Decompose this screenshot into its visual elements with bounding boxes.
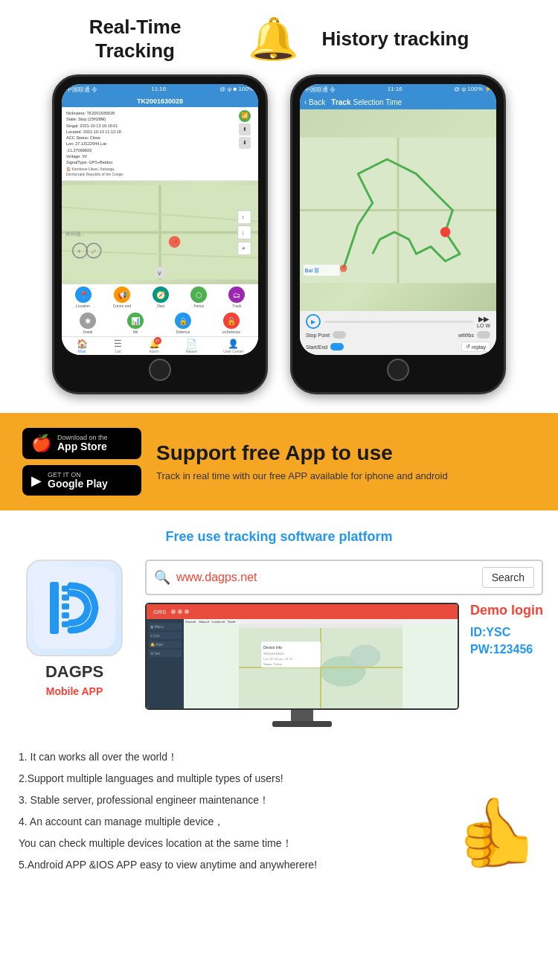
back-button[interactable]: ‹ Back bbox=[304, 98, 325, 106]
store-buttons: 🍎 Download on the App Store ▶ GET IT ON … bbox=[22, 428, 141, 496]
phone1-screen: 中国联通 令 11:16 @ ψ ■ 100% TK2001630028 Nic… bbox=[62, 84, 258, 355]
feature-item-6: 5.Android APP &IOS APP easy to view anyt… bbox=[19, 857, 449, 873]
svg-rect-27 bbox=[33, 567, 115, 649]
google-big-text: Google Play bbox=[48, 478, 108, 490]
search-button[interactable]: Search bbox=[482, 567, 534, 588]
app-logo bbox=[26, 560, 123, 656]
toggles-row: Stop Point wifi/lbs bbox=[306, 331, 490, 339]
app-logo-area: DAGPS Mobile APP bbox=[15, 560, 134, 697]
wifi-lbs-toggle-switch[interactable] bbox=[477, 331, 490, 339]
demo-pw: PW:123456 bbox=[470, 643, 543, 656]
phone2-screen: 中国联通 令 11:16 @ ψ 100% ⚡ ‹ Back Track Sel… bbox=[300, 84, 496, 355]
apple-icon: 🍎 bbox=[31, 434, 51, 453]
features-bottom: 1. It can works all over the world！ 2.Su… bbox=[19, 749, 539, 879]
support-text-area: Support free App to use Track in real ti… bbox=[156, 441, 536, 483]
realtime-title: Real-Time Tracking bbox=[89, 16, 182, 62]
app-store-big-text: App Store bbox=[57, 441, 108, 452]
start-end-row: Start/End ↺ replay bbox=[306, 342, 490, 352]
phone1-map: 外环路... 📍 ↑ ↓ + bbox=[62, 181, 258, 284]
phone1-btn-row2: ✱ Detail 📊 Mil 🔒 Defence 🔓 bbox=[62, 310, 258, 336]
feature-item-1: 1. It can works all over the world！ bbox=[19, 749, 449, 765]
tab-main[interactable]: 🏠 Main bbox=[77, 339, 88, 353]
monitor-display: GRS ◉ Menu ≡ List 🔔 Alert bbox=[145, 603, 459, 710]
svg-text:∨: ∨ bbox=[157, 269, 162, 277]
features-row: Real-Time Tracking 🔔 History tracking bbox=[22, 15, 536, 63]
bell-icon: 🔔 bbox=[248, 15, 299, 63]
replay-button[interactable]: ↺ replay bbox=[461, 342, 490, 352]
svg-text:+: + bbox=[77, 247, 82, 255]
svg-rect-30 bbox=[62, 595, 69, 601]
phone1-btn-row1: 📍 Location 📢 Comm and 🧭 Navi ⬡ bbox=[62, 284, 258, 310]
track-btn[interactable]: 🗂 bbox=[228, 286, 245, 303]
phone2-home-button[interactable] bbox=[387, 359, 409, 381]
feature-item-4: 4. An account can manage multiple device… bbox=[19, 814, 449, 830]
features-text-col: 1. It can works all over the world！ 2.Su… bbox=[19, 749, 449, 879]
monitor-sidebar: ◉ Menu ≡ List 🔔 Alert ⚙ Set bbox=[147, 619, 184, 708]
svg-rect-32 bbox=[62, 612, 69, 618]
location-btn[interactable]: 📍 bbox=[75, 286, 92, 303]
svg-rect-28 bbox=[50, 582, 59, 634]
yellow-section: 🍎 Download on the App Store ▶ GET IT ON … bbox=[0, 413, 558, 510]
phones-row: 中国联通 令 11:16 @ ψ ■ 100% TK2001630028 Nic… bbox=[22, 74, 536, 394]
playbar: ▶ ▶▶ LO W bbox=[306, 314, 490, 329]
svg-point-26 bbox=[340, 265, 347, 272]
phone1-info: Nickname: TK2001630028 State: Stop (15H2… bbox=[62, 107, 258, 181]
svg-text:Device Info: Device Info bbox=[263, 645, 282, 650]
phone1-header: TK2001630028 bbox=[62, 95, 258, 107]
detail-btn[interactable]: ✱ bbox=[80, 313, 96, 329]
search-url[interactable]: www.dagps.net bbox=[176, 571, 476, 584]
defence-btn[interactable]: 🔒 bbox=[175, 313, 191, 329]
tab-alarm[interactable]: 🔔 47 Alarm bbox=[149, 339, 160, 353]
demo-login-title: Demo login bbox=[470, 603, 543, 618]
start-end-toggle[interactable]: Start/End bbox=[306, 343, 344, 350]
svg-text:↓: ↓ bbox=[242, 229, 245, 237]
phone1-home-button[interactable] bbox=[149, 359, 171, 381]
mobile-app-label: Mobile APP bbox=[46, 685, 103, 697]
svg-point-37 bbox=[350, 645, 380, 667]
monitor-and-login: GRS ◉ Menu ≡ List 🔔 Alert bbox=[145, 603, 543, 727]
feature-item-2: 2.Support multiple languages and multipl… bbox=[19, 771, 449, 787]
stop-point-toggle-switch[interactable] bbox=[333, 331, 346, 339]
monitor-topbar: GRS bbox=[147, 604, 458, 619]
command-btn[interactable]: 📢 bbox=[114, 286, 130, 303]
feature-item-5: You can check multiple devices location … bbox=[19, 836, 449, 851]
navi-btn[interactable]: 🧭 bbox=[153, 286, 169, 303]
phone1-status-bar: 中国联通 令 11:16 @ ψ ■ 100% bbox=[62, 84, 258, 95]
phone2-ui: 中国联通 令 11:16 @ ψ 100% ⚡ ‹ Back Track Sel… bbox=[300, 84, 496, 355]
search-bar: 🔍 www.dagps.net Search bbox=[145, 560, 543, 595]
wifi-lbs-toggle[interactable]: wifi/lbs bbox=[458, 331, 490, 339]
app-store-button[interactable]: 🍎 Download on the App Store bbox=[22, 428, 141, 459]
monitor-main: Device Info TK2001630028 Lon: 27.13 Lat:… bbox=[184, 619, 458, 708]
play-button[interactable]: ▶ bbox=[306, 314, 321, 329]
search-icon: 🔍 bbox=[154, 569, 170, 586]
phone1-tabbar: 🏠 Main ☰ List 🔔 47 Alarm bbox=[62, 336, 258, 355]
features-list: 1. It can works all over the world！ 2.Su… bbox=[0, 734, 558, 894]
thumbs-up-icon: 👍 bbox=[456, 793, 539, 871]
tab-user-center[interactable]: 👤 User Center bbox=[223, 339, 243, 353]
phone2-container: 中国联通 令 11:16 @ ψ 100% ⚡ ‹ Back Track Sel… bbox=[290, 74, 506, 394]
mil-btn[interactable]: 📊 bbox=[127, 313, 144, 329]
tab-report[interactable]: 📄 Report bbox=[186, 339, 197, 353]
monitor-content: ◉ Menu ≡ List 🔔 Alert ⚙ Set bbox=[147, 619, 458, 708]
undefence-btn[interactable]: 🔓 bbox=[223, 313, 240, 329]
svg-text:Status: Online: Status: Online bbox=[263, 662, 283, 666]
stop-point-toggle[interactable]: Stop Point bbox=[306, 331, 346, 339]
platform-right: 🔍 www.dagps.net Search GRS bbox=[145, 560, 543, 727]
google-play-button[interactable]: ▶ GET IT ON Google Play bbox=[22, 465, 141, 496]
history-title: History tracking bbox=[321, 28, 469, 51]
svg-text:⤢: ⤢ bbox=[91, 248, 97, 255]
fence-btn[interactable]: ⬡ bbox=[190, 286, 207, 303]
support-desc: Track in real time with our free APP ava… bbox=[156, 470, 536, 483]
platform-section: Free use tracking software platform bbox=[0, 510, 558, 734]
phone2-controls: ▶ ▶▶ LO W Stop Point bbox=[300, 311, 496, 355]
svg-text:TK2001630028: TK2001630028 bbox=[263, 652, 284, 656]
feature-item-3: 3. Stable server, professional engineer … bbox=[19, 792, 449, 808]
realtime-feature: Real-Time Tracking bbox=[89, 16, 182, 62]
phone1-ui: 中国联通 令 11:16 @ ψ ■ 100% TK2001630028 Nic… bbox=[62, 84, 258, 355]
demo-id: ID:YSC bbox=[470, 626, 543, 639]
tab-list[interactable]: ☰ List bbox=[114, 339, 122, 353]
progress-bar bbox=[324, 321, 473, 323]
phone2-header: ‹ Back Track Selection Time bbox=[300, 95, 496, 109]
phone1-container: 中国联通 令 11:16 @ ψ ■ 100% TK2001630028 Nic… bbox=[52, 74, 268, 394]
start-end-toggle-switch[interactable] bbox=[330, 343, 344, 350]
